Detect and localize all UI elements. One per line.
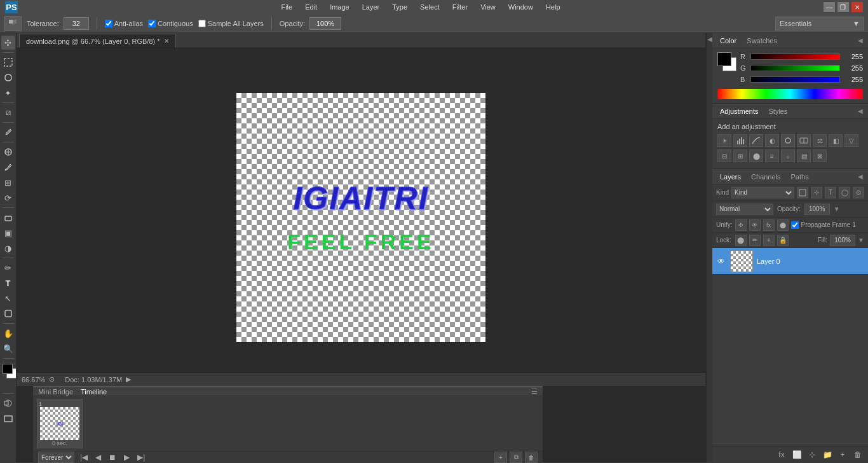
sample-all-layers-checkbox[interactable] <box>198 20 206 27</box>
timeline-frame[interactable]: 1 IGI 0 sec. <box>37 399 83 448</box>
blend-mode-select[interactable]: Normal <box>716 204 773 215</box>
add-mask-button[interactable]: ⬜ <box>790 448 803 461</box>
shape-tool-button[interactable] <box>1 307 15 321</box>
selectivecolor-adj-icon[interactable]: ⊠ <box>813 149 827 162</box>
menu-filter[interactable]: Filter <box>450 2 470 12</box>
g-slider[interactable] <box>750 65 840 71</box>
type-tool-button[interactable]: T <box>1 276 15 290</box>
right-collapse-button[interactable]: ◀ <box>706 33 712 462</box>
history-tool-button[interactable]: ⟳ <box>1 191 15 205</box>
menu-edit[interactable]: Edit <box>302 2 320 12</box>
essentials-button[interactable]: Essentials ▼ <box>775 17 864 31</box>
smart-filter-btn[interactable]: ⊙ <box>853 187 864 198</box>
fill-input[interactable]: 100% <box>830 235 855 246</box>
menu-help[interactable]: Help <box>543 2 563 12</box>
quick-select-tool-button[interactable]: ✦ <box>1 86 15 100</box>
adjustment-filter-btn[interactable]: ⊹ <box>811 187 822 198</box>
foreground-color-swatch[interactable] <box>717 52 731 66</box>
new-group-button[interactable]: 📁 <box>821 448 834 461</box>
propagate-checkbox[interactable] <box>791 221 799 229</box>
pixel-filter-btn[interactable] <box>797 187 808 198</box>
layer-visibility-eye[interactable]: 👁 <box>716 256 726 266</box>
timeline-menu-icon[interactable]: ☰ <box>531 387 538 396</box>
photofilter-adj-icon[interactable]: ▽ <box>844 134 858 147</box>
unify-position-btn[interactable]: ✣ <box>735 219 747 231</box>
loop-select[interactable]: Forever <box>38 452 74 463</box>
screen-mode-button[interactable] <box>1 411 15 425</box>
paths-tab[interactable]: Paths <box>789 172 811 182</box>
tl-play-back-button[interactable]: ◀ <box>93 452 103 462</box>
colorlookup-adj-icon[interactable]: ⊞ <box>733 149 747 162</box>
layers-tab[interactable]: Layers <box>717 172 743 182</box>
kind-select[interactable]: Kind <box>731 187 794 198</box>
adj-panel-collapse[interactable]: ◀ <box>858 107 863 114</box>
add-effect-button[interactable]: fx <box>775 448 788 461</box>
vibrance-adj-icon[interactable] <box>781 134 795 147</box>
minimize-button[interactable]: — <box>824 2 835 12</box>
clone-tool-button[interactable]: ⊞ <box>1 176 15 190</box>
levels-adj-icon[interactable] <box>733 134 747 147</box>
posterize-adj-icon[interactable]: ≡ <box>765 149 779 162</box>
lock-pixels-btn[interactable]: ⬤ <box>735 235 747 246</box>
new-layer-button[interactable]: + <box>836 448 849 461</box>
layers-panel-collapse[interactable]: ◀ <box>858 173 863 180</box>
menu-file[interactable]: File <box>278 2 295 12</box>
menu-view[interactable]: View <box>478 2 498 12</box>
swatches-tab[interactable]: Swatches <box>744 36 780 46</box>
colorbalance-adj-icon[interactable]: ⚖ <box>813 134 827 147</box>
tl-duplicate-button[interactable]: ⧉ <box>510 452 522 463</box>
b-slider[interactable] <box>750 76 840 83</box>
document-tab[interactable]: download.png @ 66.7% (Layer 0, RGB/8) * … <box>19 34 176 48</box>
eyedropper-tool-button[interactable] <box>1 125 15 139</box>
eraser-tool-button[interactable] <box>1 211 15 225</box>
lock-all-btn[interactable]: 🔒 <box>777 235 789 246</box>
tl-next-frame-button[interactable]: ▶| <box>135 452 147 462</box>
timeline-tab[interactable]: Timeline <box>81 388 107 396</box>
delete-layer-button[interactable]: 🗑 <box>851 448 864 461</box>
unify-fill-btn[interactable]: ⬤ <box>777 219 789 231</box>
maximize-button[interactable]: ❐ <box>837 2 849 12</box>
unify-style-btn[interactable]: fx <box>763 219 775 231</box>
tab-close-button[interactable]: ✕ <box>164 38 169 45</box>
crop-tool-button[interactable]: ⧄ <box>1 106 15 120</box>
menu-layer[interactable]: Layer <box>360 2 383 12</box>
unify-visibility-btn[interactable]: 👁 <box>749 219 761 231</box>
color-tab[interactable]: Color <box>717 36 739 46</box>
brightness-adj-icon[interactable]: ☀ <box>717 134 731 147</box>
tl-add-frame-button[interactable]: + <box>494 452 507 463</box>
tl-play-button[interactable]: ▶ <box>122 452 132 462</box>
shape-filter-btn[interactable]: ◯ <box>839 187 850 198</box>
opacity-input[interactable]: 100% <box>804 204 830 215</box>
menu-image[interactable]: Image <box>327 2 352 12</box>
tool-preset-button[interactable] <box>4 16 22 31</box>
tl-trash-button[interactable]: 🗑 <box>525 452 538 463</box>
lock-artboards-btn[interactable]: + <box>763 235 775 246</box>
color-spectrum[interactable] <box>717 89 863 99</box>
heal-tool-button[interactable] <box>1 145 15 159</box>
anti-alias-checkbox[interactable] <box>105 20 112 27</box>
hand-tool-button[interactable]: ✋ <box>1 326 15 340</box>
new-adjustment-button[interactable]: ⊹ <box>806 448 818 461</box>
tl-stop-button[interactable]: ⏹ <box>107 452 118 462</box>
quick-mask-button[interactable] <box>1 396 15 410</box>
styles-tab[interactable]: Styles <box>766 106 790 116</box>
gradient-tool-button[interactable]: ▣ <box>1 226 15 240</box>
bw-adj-icon[interactable]: ◧ <box>829 134 843 147</box>
hsl-adj-icon[interactable] <box>797 134 811 147</box>
tl-prev-frame-button[interactable]: |◀ <box>78 452 90 462</box>
lock-position-btn[interactable]: ✏ <box>749 235 761 246</box>
channels-tab[interactable]: Channels <box>749 172 783 182</box>
brush-tool-button[interactable] <box>1 160 15 174</box>
channelmixer-adj-icon[interactable]: ⊟ <box>717 149 731 162</box>
exposure-adj-icon[interactable]: ◐ <box>765 134 779 147</box>
gradient-adj-icon[interactable]: ▤ <box>797 149 811 162</box>
doc-info-arrow[interactable]: ▶ <box>126 375 131 384</box>
threshold-adj-icon[interactable]: ⬦ <box>781 149 795 162</box>
curves-adj-icon[interactable] <box>749 134 763 147</box>
marquee-tool-button[interactable] <box>1 55 15 69</box>
contiguous-checkbox[interactable] <box>148 20 156 27</box>
opacity-arrow[interactable]: ▼ <box>834 205 840 212</box>
opacity-input[interactable]: 100% <box>309 17 341 30</box>
invert-adj-icon[interactable]: ⬤ <box>749 149 763 162</box>
zoom-tool-button[interactable]: 🔍 <box>1 342 15 356</box>
